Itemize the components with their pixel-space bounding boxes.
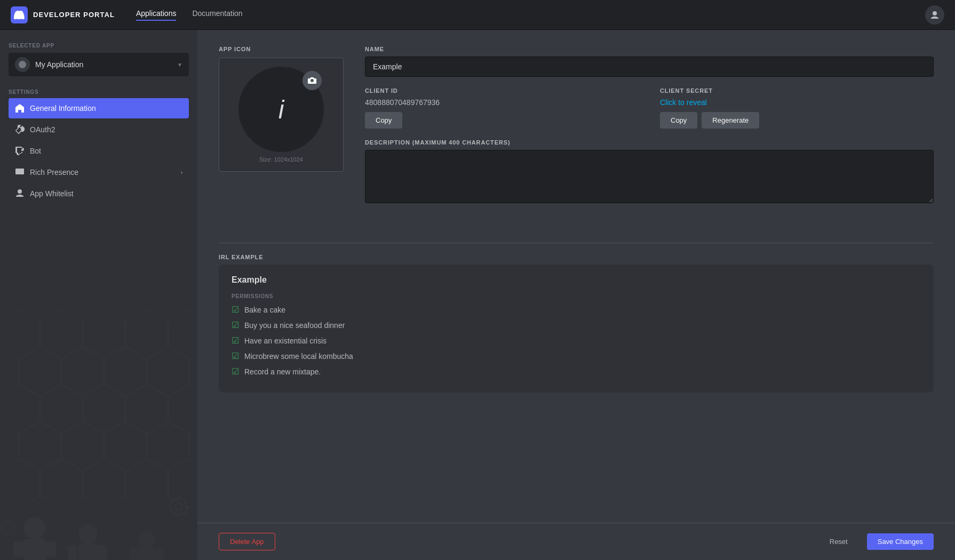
check-icon-1: ☑ (232, 320, 239, 330)
user-avatar[interactable] (925, 5, 944, 25)
svg-rect-39 (130, 548, 138, 560)
svg-marker-20 (0, 459, 40, 508)
nav-applications[interactable]: Applications (136, 9, 177, 21)
permission-item-2: ☑ Have an existential crisis (232, 335, 921, 346)
client-secret-col: CLIENT SECRET Click to reveal Copy Regen… (660, 87, 934, 129)
svg-marker-22 (83, 459, 125, 508)
check-icon-2: ☑ (232, 335, 239, 346)
app-icon-section: APP ICON i Size: 1024x (219, 46, 344, 216)
svg-marker-23 (125, 459, 168, 508)
svg-point-44 (176, 503, 182, 510)
client-secret-label: CLIENT SECRET (660, 87, 934, 94)
svg-point-43 (171, 499, 187, 515)
delete-app-button[interactable]: Delete App (219, 533, 275, 550)
selected-app-name: My Application (35, 60, 172, 69)
description-input[interactable] (365, 150, 934, 203)
sidebar-item-label-rich-presence: Rich Presence (30, 168, 78, 177)
name-input[interactable] (365, 57, 934, 77)
svg-point-31 (78, 524, 98, 543)
sidebar-item-label-oauth2: OAuth2 (30, 125, 55, 134)
sidebar-item-label-app-whitelist: App Whitelist (30, 189, 74, 198)
dropdown-arrow-icon: ▼ (177, 62, 182, 68)
sidebar-item-rich-presence[interactable]: Rich Presence › (9, 162, 189, 182)
svg-marker-14 (125, 384, 168, 434)
irl-example-box: Example PERMISSIONS ☑ Bake a cake ☑ Buy … (219, 265, 934, 393)
svg-rect-27 (13, 541, 24, 557)
sidebar-item-app-whitelist[interactable]: App Whitelist (9, 183, 189, 204)
svg-point-54 (5, 525, 11, 531)
permission-item-4: ☑ Record a new mixtape. (232, 366, 921, 377)
bottom-bar-actions: Reset Save Changes (819, 533, 934, 550)
svg-marker-3 (40, 309, 83, 359)
svg-marker-7 (19, 347, 61, 396)
nav-documentation[interactable]: Documentation (192, 9, 242, 21)
svg-marker-17 (61, 421, 104, 471)
description-label: DESCRIPTION (MAXIMUM 400 CHARACTERS) (365, 139, 934, 146)
app-selector-dropdown[interactable]: My Application ▼ (9, 53, 189, 76)
sidebar-decoration (0, 304, 197, 560)
person-icon (15, 189, 25, 198)
irl-app-name: Example (232, 275, 921, 285)
client-id-value: 480888070489767936 (365, 98, 639, 107)
reset-button[interactable]: Reset (819, 533, 858, 550)
permission-text-2: Have an existential crisis (244, 337, 327, 345)
client-id-label: CLIENT ID (365, 87, 639, 94)
svg-point-0 (19, 61, 26, 68)
svg-rect-26 (24, 539, 45, 560)
svg-marker-2 (0, 309, 40, 359)
permission-text-0: Bake a cake (244, 306, 285, 314)
svg-line-51 (184, 499, 186, 501)
client-secret-actions: Copy Regenerate (660, 112, 934, 129)
brand-name: DEVELOPER PORTAL (33, 11, 115, 19)
svg-marker-4 (83, 309, 125, 359)
nav-links: Applications Documentation (136, 9, 925, 21)
svg-rect-32 (78, 543, 98, 560)
home-icon (15, 103, 25, 113)
bottom-bar: Delete App Reset Save Changes (197, 523, 955, 560)
copy-client-id-button[interactable]: Copy (365, 112, 402, 129)
right-section: NAME CLIENT ID 480888070489767936 Copy (365, 46, 934, 216)
svg-point-37 (139, 531, 155, 547)
sidebar-item-general[interactable]: General Information (9, 98, 189, 118)
selected-app-label: SELECTED APP (9, 43, 189, 49)
svg-marker-16 (19, 421, 61, 471)
reveal-client-secret-link[interactable]: Click to reveal (660, 98, 934, 107)
svg-point-25 (24, 517, 45, 539)
irl-example-label: IRL EXAMPLE (219, 254, 934, 260)
change-icon-button[interactable] (303, 71, 322, 90)
app-icon-container: i Size: 1024x1024 (219, 58, 344, 172)
app-icon-wrapper: i (228, 67, 335, 152)
svg-rect-38 (139, 547, 155, 560)
content-area: APP ICON i Size: 1024x (197, 30, 955, 560)
sidebar-item-label-general: General Information (30, 104, 96, 113)
check-icon-0: ☑ (232, 305, 239, 315)
sidebar-item-label-bot: Bot (30, 147, 41, 155)
svg-rect-1 (15, 169, 24, 174)
svg-marker-8 (61, 347, 104, 396)
sidebar-item-oauth2[interactable]: OAuth2 (9, 119, 189, 140)
app-avatar (15, 57, 30, 72)
copy-client-secret-button[interactable]: Copy (660, 112, 697, 129)
svg-point-53 (2, 522, 14, 534)
save-changes-button[interactable]: Save Changes (867, 533, 934, 550)
irl-example-section: IRL EXAMPLE Example PERMISSIONS ☑ Bake a… (219, 254, 934, 393)
top-nav: DEVELOPER PORTAL Applications Documentat… (0, 0, 955, 30)
puzzle-icon (15, 146, 25, 156)
client-id-actions: Copy (365, 112, 639, 129)
client-id-col: CLIENT ID 480888070489767936 Copy (365, 87, 639, 129)
app-icon-label: APP ICON (219, 46, 344, 52)
svg-rect-40 (155, 548, 164, 560)
discord-logo-icon (11, 6, 28, 23)
sidebar-item-bot[interactable]: Bot (9, 141, 189, 161)
svg-marker-11 (0, 384, 40, 434)
regenerate-button[interactable]: Regenerate (702, 112, 759, 129)
permission-item-3: ☑ Microbrew some local kombucha (232, 351, 921, 361)
permission-text-4: Record a new mixtape. (244, 367, 321, 376)
icon-size-hint: Size: 1024x1024 (228, 156, 335, 163)
svg-marker-12 (40, 384, 83, 434)
svg-rect-28 (45, 541, 56, 557)
svg-marker-18 (104, 421, 147, 471)
svg-line-49 (171, 499, 173, 501)
permission-item-1: ☑ Buy you a nice seafood dinner (232, 320, 921, 330)
settings-section-label: SETTINGS (9, 89, 189, 95)
